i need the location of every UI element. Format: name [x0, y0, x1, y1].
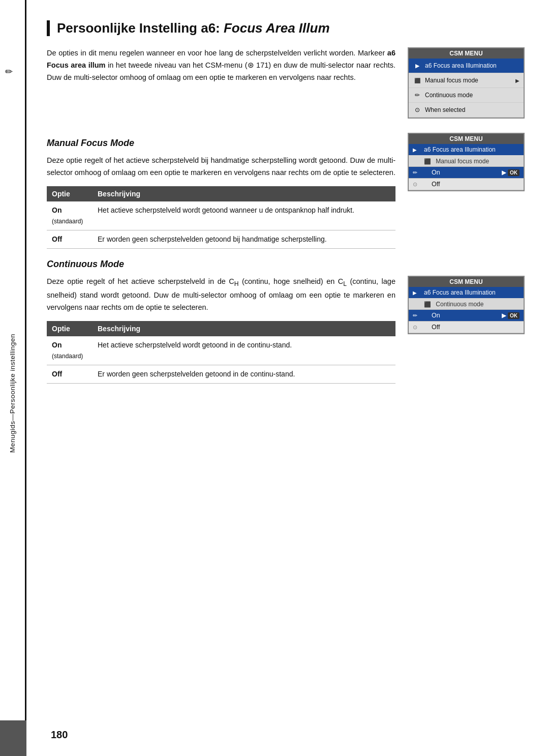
sidebar: ✏ Menugids—Persoonlijke instellingen [0, 0, 26, 756]
opt-off-desc: Er worden geen scherpstelvelden getoond … [93, 230, 395, 249]
csm-menu-1-label: a6 Focus area Illumination [425, 62, 520, 69]
sidebar-text: Menugids—Persoonlijke instellingen [9, 334, 16, 453]
page-number: 180 [51, 729, 68, 741]
timer-icon-2: ⊙ [413, 181, 417, 188]
main-content: Persoonlijke Instelling a6: Focus Area I… [26, 0, 549, 756]
csm-menu-2-on-row: ✏ On ▶ OK [409, 167, 524, 179]
page-title: Persoonlijke Instelling a6: Focus Area I… [47, 20, 525, 36]
page-wrapper: ✏ Menugids—Persoonlijke instellingen Per… [0, 0, 549, 756]
csm-menu-1-when: When selected [425, 106, 520, 113]
csm-menu-3-off-row: ⊙ Off [409, 322, 524, 333]
sidebar-icon: ✏ [5, 66, 13, 77]
csm-menu-2-camera-row: ⬛ Manual focus mode [409, 155, 524, 167]
csm-menu-3-arrow: ▶ [413, 290, 422, 296]
csm-menu-3-on-label: On [420, 312, 502, 319]
csm-menu-3-header: CSM MENU [409, 277, 524, 287]
timer-icon-3: ⊙ [413, 324, 417, 331]
continuous-mode-section: Deze optie regelt of het actieve scherps… [47, 276, 525, 384]
csm-menu-3-off-label: Off [420, 324, 520, 331]
camera-icon-3: ⬛ [424, 301, 431, 307]
arrow-right-on: ▶ [502, 169, 506, 176]
csm-menu-1-option-camera: Manual focus mode ▶ [409, 73, 524, 88]
manual-focus-section: Manual Focus Mode Deze optie regelt of h… [47, 133, 525, 249]
table-row: Off Er worden geen scherpstelvelden geto… [47, 365, 395, 383]
csm-menu-3-title-label: a6 Focus area Illumination [424, 289, 496, 296]
manual-focus-left: Manual Focus Mode Deze optie regelt of h… [47, 133, 395, 249]
csm-menu-1-option-pencil: Continuous mode [409, 88, 524, 103]
camera-icon [413, 76, 422, 85]
table-row: On (standaard) Het actieve scherpstelvel… [47, 201, 395, 230]
title-italic: Focus Area Illum [224, 20, 330, 36]
ok-badge-2: OK [508, 312, 520, 319]
csm-menu-3-title: ▶ a6 Focus area Illumination [409, 287, 524, 298]
csm-menu-3-on-row: ✏ On ▶ OK [409, 310, 524, 322]
csm-menu-1: CSM MENU ▶ a6 Focus area Illumination Ma… [408, 47, 525, 119]
pencil-icon-1 [413, 91, 422, 100]
ok-badge-1: OK [508, 169, 520, 176]
manual-focus-table: Optie Beschrijving On (standaard) Het ac… [47, 186, 395, 249]
csm-menu-1-active-row: ▶ a6 Focus area Illumination [409, 59, 524, 73]
csm-menu-2-section-label: Manual focus mode [436, 158, 489, 165]
opt-on-label-2: On (standaard) [47, 336, 93, 365]
csm-menu-2-header: CSM MENU [409, 134, 524, 144]
camera-icon-2: ⬛ [424, 158, 431, 164]
continuous-mode-left: Deze optie regelt of het actieve scherps… [47, 276, 395, 384]
continuous-mode-heading-wrapper: Continuous Mode [47, 259, 525, 270]
arrow-icon-1: ▶ [515, 78, 520, 83]
manual-focus-text: Deze optie regelt of het actieve scherps… [47, 155, 395, 179]
csm-menu-2-title-label: a6 Focus area Illumination [424, 146, 496, 153]
csm-menu-1-option-timer: When selected [409, 103, 524, 118]
csm-menu-3: CSM MENU ▶ a6 Focus area Illumination ⬛ … [408, 276, 525, 334]
csm-menu-2-off-label: Off [420, 181, 520, 188]
csm-menu-1-header: CSM MENU [409, 48, 524, 59]
intro-text-1: De opties in dit menu regelen wanneer en… [47, 49, 387, 57]
csm-menu-2-title: ▶ a6 Focus area Illumination [409, 144, 524, 155]
csm-menu-2-off-row: ⊙ Off [409, 179, 524, 190]
pencil-icon-3: ✏ [413, 312, 417, 319]
csm-menu-2-arrow: ▶ [413, 147, 422, 153]
continuous-mode-heading: Continuous Mode [47, 259, 525, 270]
table-col-beschrijving: Beschrijving [93, 186, 395, 201]
csm-menu-2: CSM MENU ▶ a6 Focus area Illumination ⬛ … [408, 133, 525, 191]
continuous-mode-table: Optie Beschrijving On (standaard) Het ac… [47, 321, 395, 384]
arrow-right-on-2: ▶ [502, 312, 506, 319]
table-col-optie: Optie [47, 186, 93, 201]
opt-on-standaard: (standaard) [52, 218, 83, 225]
pencil-icon-2: ✏ [413, 169, 417, 176]
intro-text: De opties in dit menu regelen wanneer en… [47, 47, 395, 119]
opt-off-label: Off [47, 230, 93, 249]
opt-on-desc-2: Het actieve scherpstelveld wordt getoond… [93, 336, 395, 365]
csm-menu-1-icon: ▶ [413, 61, 422, 70]
manual-focus-heading: Manual Focus Mode [47, 138, 395, 149]
opt-on-desc: Het actieve scherpstelveld wordt getoond… [93, 201, 395, 230]
table-col-optie-2: Optie [47, 321, 93, 336]
gray-bottom-bar [0, 720, 26, 756]
opt-on-label: On (standaard) [47, 201, 93, 230]
table-row: Off Er worden geen scherpstelvelden geto… [47, 230, 395, 249]
csm-menu-3-section-label: Continuous mode [436, 301, 483, 308]
sidebar-label: Menugids—Persoonlijke instellingen [9, 334, 16, 453]
opt-off-desc-2: Er worden geen scherpstelvelden getoond … [93, 365, 395, 383]
continuous-mode-text: Deze optie regelt of het actieve scherps… [47, 276, 395, 314]
intro-section: De opties in dit menu regelen wanneer en… [47, 47, 525, 119]
csm-menu-1-continuous: Continuous mode [425, 92, 520, 99]
title-prefix: Persoonlijke Instelling a6: [57, 20, 224, 36]
table-row: On (standaard) Het actieve scherpstelvel… [47, 336, 395, 365]
csm-menu-2-on-label: On [420, 169, 502, 176]
csm-menu-3-camera-row: ⬛ Continuous mode [409, 298, 524, 310]
continuous-mode-csm-menu: CSM MENU ▶ a6 Focus area Illumination ⬛ … [408, 276, 525, 384]
csm-menu-1-manual: Manual focus mode [425, 77, 515, 84]
table-col-beschrijving-2: Beschrijving [93, 321, 395, 336]
opt-on-standaard-2: (standaard) [52, 353, 83, 360]
timer-icon-1 [413, 105, 422, 114]
opt-off-label-2: Off [47, 365, 93, 383]
manual-focus-csm-menu: CSM MENU ▶ a6 Focus area Illumination ⬛ … [408, 133, 525, 249]
opt-on-text: On [52, 206, 62, 214]
